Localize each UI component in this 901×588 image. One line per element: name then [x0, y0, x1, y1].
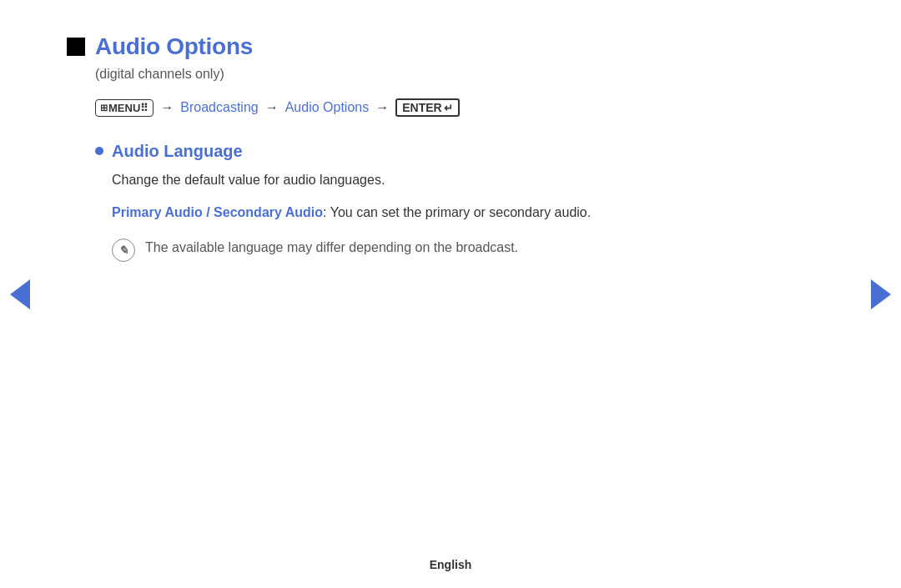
audio-language-section: Audio Language	[95, 142, 734, 161]
menu-label: MENU	[108, 102, 140, 114]
enter-button-box: ENTER↵	[395, 98, 459, 117]
breadcrumb-arrow-1: →	[160, 100, 174, 115]
section-heading: Audio Language	[112, 142, 243, 161]
menu-icon-symbol: ⊞	[100, 103, 108, 113]
bullet-dot	[95, 147, 103, 155]
footer-language: English	[430, 558, 472, 571]
note-icon-box: ✎	[112, 239, 135, 262]
main-content: Audio Options (digital channels only) ⊞ …	[0, 0, 801, 295]
subtitle: (digital channels only)	[95, 67, 734, 82]
breadcrumb: ⊞ MENU ⠿ → Broadcasting → Audio Options …	[95, 98, 734, 117]
breadcrumb-broadcasting[interactable]: Broadcasting	[180, 100, 258, 115]
page-title: Audio Options	[95, 33, 253, 60]
primary-secondary-row: Primary Audio / Secondary Audio: You can…	[112, 201, 734, 224]
enter-label: ENTER	[402, 101, 441, 114]
breadcrumb-audio-options[interactable]: Audio Options	[285, 100, 370, 115]
note-icon: ✎	[118, 244, 128, 257]
note-row: ✎ The available language may differ depe…	[112, 237, 734, 262]
breadcrumb-arrow-2: →	[265, 100, 279, 115]
menu-icon-box: ⊞ MENU ⠿	[95, 99, 154, 117]
menu-grid-symbol: ⠿	[140, 102, 148, 114]
breadcrumb-arrow-3: →	[375, 100, 389, 115]
nav-arrow-left[interactable]	[10, 279, 30, 309]
page-title-row: Audio Options	[67, 33, 734, 60]
primary-secondary-text: : You can set the primary or secondary a…	[323, 205, 591, 219]
primary-secondary-label: Primary Audio / Secondary Audio	[112, 205, 323, 219]
description-text: Change the default value for audio langu…	[112, 169, 734, 191]
enter-symbol: ↵	[444, 102, 453, 114]
note-text: The available language may differ depend…	[145, 237, 518, 259]
title-icon-square	[67, 38, 85, 56]
nav-arrow-right[interactable]	[871, 279, 891, 309]
